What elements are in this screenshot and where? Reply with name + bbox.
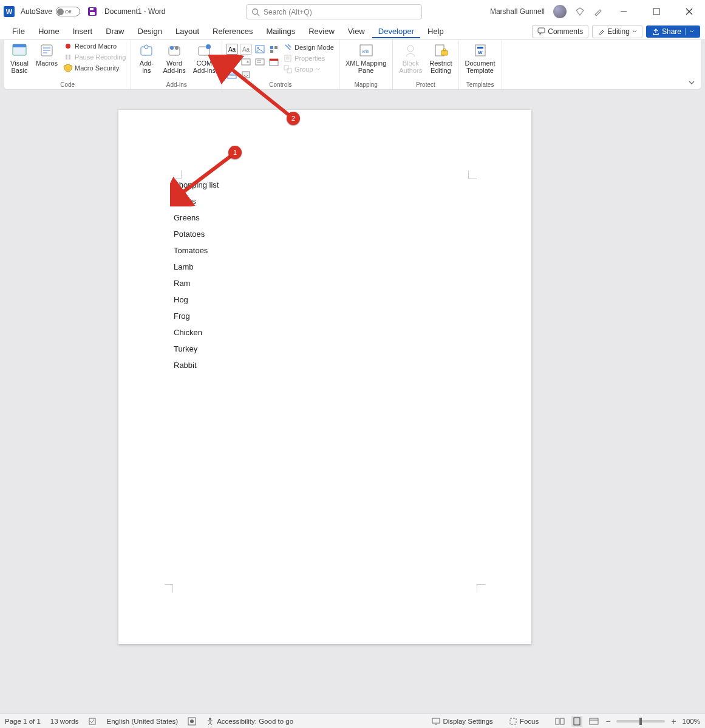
status-accessibility[interactable]: Accessibility: Good to go (206, 717, 293, 726)
word-addins-button[interactable]: Word Add-ins (160, 41, 188, 75)
tab-file[interactable]: File (6, 24, 31, 38)
xml-icon: xml (358, 43, 374, 58)
share-button[interactable]: Share (646, 26, 700, 38)
svg-rect-38 (228, 71, 236, 74)
plain-text-control-icon[interactable]: Aa (240, 44, 252, 55)
chevron-down-icon (632, 29, 637, 34)
pencil-icon (598, 28, 605, 35)
search-box[interactable]: Search (Alt+Q) (246, 4, 422, 19)
editing-button[interactable]: Editing (592, 25, 642, 38)
design-mode-label: Design Mode (295, 44, 334, 51)
tab-help[interactable]: Help (421, 24, 450, 38)
status-page[interactable]: Page 1 of 1 (5, 718, 41, 725)
comments-label: Comments (548, 27, 583, 36)
tab-review[interactable]: Review (302, 24, 341, 38)
visual-basic-icon (12, 43, 27, 58)
document-content[interactable]: Shopping listBeansGreensPotatoesTomatoes… (174, 180, 219, 377)
document-workspace[interactable]: Shopping listBeansGreensPotatoesTomatoes… (0, 90, 705, 713)
web-layout-button[interactable] (588, 716, 599, 727)
svg-rect-9 (538, 28, 545, 33)
svg-rect-65 (560, 718, 564, 724)
addins-button[interactable]: Add- ins (135, 41, 158, 75)
macro-security-button[interactable]: Macro Security (63, 63, 127, 73)
document-line[interactable]: Beans (174, 197, 219, 206)
tab-design[interactable]: Design (132, 24, 168, 38)
document-line[interactable]: Ram (174, 279, 219, 288)
repeating-section-control-icon[interactable] (226, 69, 238, 80)
macros-button[interactable]: Macros (33, 41, 60, 68)
print-layout-button[interactable] (571, 716, 582, 727)
zoom-out-button[interactable]: − (605, 716, 610, 726)
user-name[interactable]: Marshall Gunnell (490, 7, 545, 16)
legacy-tools-icon[interactable] (240, 69, 252, 80)
record-macro-button[interactable]: Record Macro (63, 41, 127, 51)
svg-rect-41 (285, 55, 291, 61)
document-line[interactable]: Potatoes (174, 230, 219, 239)
document-line[interactable]: Tomatoes (174, 246, 219, 255)
autosave-toggle[interactable]: Off (56, 7, 80, 16)
building-block-control-icon[interactable] (268, 44, 280, 55)
avatar[interactable] (553, 5, 567, 18)
document-template-button[interactable]: W Document Template (463, 41, 498, 75)
display-icon (432, 717, 440, 726)
ribbon-collapse-button[interactable] (686, 78, 697, 87)
document-line[interactable]: Shopping list (174, 180, 219, 189)
svg-point-16 (66, 44, 70, 49)
display-settings-button[interactable]: Display Settings (432, 717, 492, 726)
tab-developer[interactable]: Developer (372, 24, 420, 38)
visual-basic-button[interactable]: Visual Basic (8, 41, 31, 75)
ribbon-tabs: FileHomeInsertDrawDesignLayoutReferences… (0, 23, 705, 40)
document-line[interactable]: Frog (174, 311, 219, 321)
date-picker-control-icon[interactable] (268, 56, 280, 67)
restrict-editing-button[interactable]: Restrict Editing (427, 41, 454, 75)
combobox-control-icon[interactable] (240, 56, 252, 67)
svg-rect-44 (284, 66, 288, 70)
comments-button[interactable]: Comments (532, 25, 588, 38)
status-word-count[interactable]: 13 words (50, 718, 79, 725)
minimize-button[interactable] (611, 2, 636, 21)
zoom-level[interactable]: 100% (683, 718, 700, 725)
tab-draw[interactable]: Draw (100, 24, 130, 38)
document-line[interactable]: Turkey (174, 344, 219, 353)
tab-home[interactable]: Home (32, 24, 66, 38)
status-macro[interactable] (188, 717, 196, 726)
focus-button[interactable]: Focus (509, 717, 539, 726)
share-icon (652, 28, 659, 35)
xml-mapping-button[interactable]: xml XML Mapping Pane (343, 41, 389, 75)
diamond-icon[interactable] (575, 7, 585, 16)
checkbox-control-icon[interactable] (226, 56, 238, 67)
save-icon[interactable] (87, 7, 97, 16)
tab-view[interactable]: View (342, 24, 371, 38)
status-spellcheck[interactable] (89, 717, 97, 726)
pen-icon[interactable] (593, 7, 603, 16)
rich-text-control-icon[interactable]: Aa (226, 44, 238, 55)
read-mode-button[interactable] (554, 716, 565, 727)
svg-rect-67 (590, 718, 598, 724)
document-line[interactable]: Chicken (174, 328, 219, 337)
svg-rect-2 (90, 8, 94, 10)
svg-rect-6 (653, 9, 659, 15)
zoom-in-button[interactable]: + (671, 716, 676, 726)
tab-insert[interactable]: Insert (67, 24, 99, 38)
tab-mailings[interactable]: Mailings (261, 24, 302, 38)
document-line[interactable]: Greens (174, 213, 219, 222)
maximize-button[interactable] (644, 2, 669, 21)
document-line[interactable]: Hog (174, 295, 219, 304)
tab-references[interactable]: References (206, 24, 259, 38)
dropdown-control-icon[interactable] (254, 56, 266, 67)
svg-point-20 (145, 45, 148, 49)
close-button[interactable] (677, 2, 701, 21)
document-line[interactable]: Rabbit (174, 361, 219, 370)
zoom-slider[interactable] (616, 720, 665, 723)
group-control-label: Group (295, 66, 313, 73)
document-title: Document1 - Word (104, 7, 165, 16)
picture-control-icon[interactable] (254, 44, 266, 55)
document-page[interactable]: Shopping listBeansGreensPotatoesTomatoes… (118, 110, 531, 644)
svg-rect-37 (270, 59, 278, 61)
design-mode-button[interactable]: Design Mode (282, 43, 335, 52)
tab-layout[interactable]: Layout (169, 24, 205, 38)
document-line[interactable]: Lamb (174, 262, 219, 271)
com-addins-button[interactable]: COM Add-ins (191, 41, 218, 75)
status-language[interactable]: English (United States) (107, 718, 179, 725)
macros-icon (39, 43, 55, 58)
